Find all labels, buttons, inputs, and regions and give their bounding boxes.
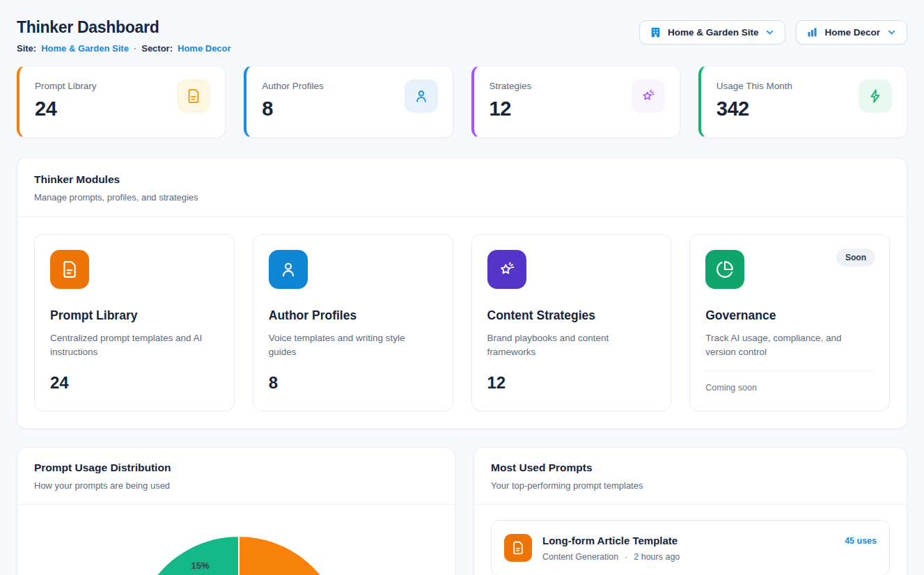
module-description: Centralized prompt templates and AI inst…: [50, 331, 219, 360]
sparkle-star-icon: [487, 250, 526, 289]
coming-soon-text: Coming soon: [705, 383, 874, 393]
thinker-modules-panel: Thinker Modules Manage prompts, profiles…: [17, 157, 907, 429]
prompt-uses-badge: 45 uses: [845, 534, 877, 546]
module-count: 8: [269, 373, 437, 393]
panel-title: Thinker Modules: [34, 173, 890, 186]
dashboard-page: Thinker Dashboard Site: Home & Garden Si…: [0, 0, 924, 575]
prompt-item-meta: Content Generation · 2 hours ago: [542, 552, 680, 562]
chevron-down-icon: [886, 27, 897, 38]
sector-selector-value: Home Decor: [824, 27, 880, 38]
document-icon: [504, 534, 532, 562]
sector-link[interactable]: Home Decor: [178, 43, 231, 54]
module-title: Governance: [705, 308, 874, 323]
soon-badge: Soon: [836, 249, 875, 267]
stat-card-usage: Usage This Month 342: [698, 65, 907, 138]
card-subtitle: How your prompts are being used: [34, 480, 438, 491]
building-icon: [650, 26, 661, 38]
breadcrumb-separator: ·: [134, 43, 136, 54]
stat-card-strategies: Strategies 12: [471, 65, 680, 138]
user-icon: [269, 250, 308, 289]
breadcrumb: Site: Home & Garden Site · Sector: Home …: [17, 43, 231, 54]
meta-separator: ·: [625, 552, 627, 562]
panel-subtitle: Manage prompts, profiles, and strategies: [34, 192, 890, 203]
user-icon: [405, 79, 438, 113]
prompts-list: Long-form Article Template Content Gener…: [474, 505, 907, 575]
lightning-icon: [859, 79, 892, 113]
sparkle-star-icon: [632, 79, 665, 113]
panel-header: Thinker Modules Manage prompts, profiles…: [17, 158, 907, 217]
site-label: Site:: [17, 43, 36, 54]
module-description: Track AI usage, compliance, and version …: [705, 331, 874, 360]
module-title: Author Profiles: [269, 308, 437, 323]
stat-card-prompt-library: Prompt Library 24: [17, 65, 226, 138]
site-link[interactable]: Home & Garden Site: [41, 43, 129, 54]
sector-label: Sector:: [141, 43, 173, 54]
stat-card-author-profiles: Author Profiles 8: [244, 65, 453, 138]
prompt-usage-card: Prompt Usage Distribution How your promp…: [17, 447, 455, 575]
donut-chart: 15%: [17, 505, 455, 575]
prompt-item-text: Long-form Article Template Content Gener…: [542, 535, 680, 562]
pie-chart-icon: [705, 250, 744, 289]
header: Thinker Dashboard Site: Home & Garden Si…: [17, 17, 907, 54]
donut-segment: [239, 536, 345, 575]
prompt-time: 2 hours ago: [634, 552, 680, 562]
most-used-prompts-card: Most Used Prompts Your top-performing pr…: [473, 447, 907, 575]
card-header: Prompt Usage Distribution How your promp…: [17, 448, 455, 505]
document-icon: [177, 79, 210, 113]
prompt-list-item[interactable]: Long-form Article Template Content Gener…: [491, 520, 890, 575]
bottom-row: Prompt Usage Distribution How your promp…: [17, 447, 907, 575]
divider: [705, 370, 874, 371]
donut-segment-label: 15%: [191, 560, 210, 571]
module-title: Content Strategies: [487, 308, 656, 323]
chevron-down-icon: [765, 27, 775, 38]
module-count: 24: [50, 373, 219, 393]
stats-row: Prompt Library 24 Author Profiles 8 Stra…: [17, 65, 907, 138]
bar-chart-icon: [806, 26, 818, 38]
card-title: Prompt Usage Distribution: [34, 462, 438, 474]
card-title: Most Used Prompts: [491, 462, 890, 474]
module-card-content-strategies[interactable]: Content Strategies Brand playbooks and c…: [471, 234, 672, 411]
prompt-item-title: Long-form Article Template: [542, 535, 680, 546]
header-left: Thinker Dashboard Site: Home & Garden Si…: [17, 17, 231, 54]
module-title: Prompt Library: [50, 308, 219, 323]
document-icon: [50, 250, 89, 289]
page-title: Thinker Dashboard: [17, 18, 231, 37]
card-header: Most Used Prompts Your top-performing pr…: [474, 448, 907, 505]
site-selector-value: Home & Garden Site: [668, 27, 759, 38]
module-description: Voice templates and writing style guides: [269, 331, 437, 360]
card-subtitle: Your top-performing prompt templates: [491, 480, 890, 491]
header-actions: Home & Garden Site Home Decor: [639, 20, 907, 45]
module-card-prompt-library[interactable]: Prompt Library Centralized prompt templa…: [34, 234, 235, 411]
prompt-category: Content Generation: [542, 552, 618, 562]
module-card-author-profiles[interactable]: Author Profiles Voice templates and writ…: [253, 234, 453, 411]
sector-selector-dropdown[interactable]: Home Decor: [796, 20, 907, 45]
module-description: Brand playbooks and content frameworks: [487, 331, 656, 360]
module-count: 12: [487, 373, 656, 393]
site-selector-dropdown[interactable]: Home & Garden Site: [639, 20, 786, 45]
panel-body: Prompt Library Centralized prompt templa…: [17, 217, 907, 428]
module-card-governance[interactable]: Soon Governance Track AI usage, complian…: [689, 234, 890, 411]
